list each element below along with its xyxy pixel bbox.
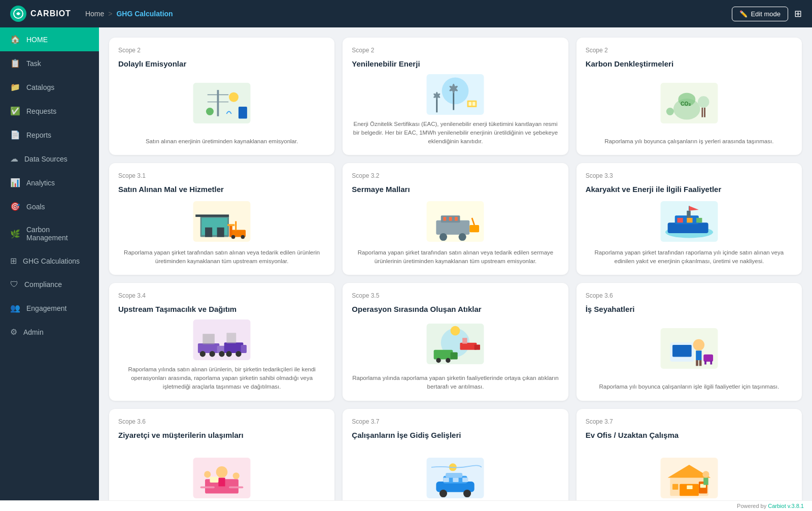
svg-rect-80 bbox=[475, 345, 480, 350]
card-illustration-2: CO₂ bbox=[586, 74, 793, 133]
card-title-1: Yenilenebilir Enerji bbox=[352, 59, 559, 69]
logo-area: CARBIOT bbox=[10, 6, 71, 22]
sidebar-icon-ghg-calculations: ⊞ bbox=[10, 256, 17, 266]
sidebar-item-data-sources[interactable]: ☁Data Sources bbox=[0, 147, 99, 171]
sidebar-item-engagement[interactable]: 👥Engagement bbox=[0, 296, 99, 320]
sidebar-item-requests[interactable]: ✅Requests bbox=[0, 99, 99, 123]
svg-rect-16 bbox=[472, 102, 476, 106]
svg-point-45 bbox=[459, 233, 466, 241]
card-3[interactable]: Scope 3.1 Satın Alınan Mal ve Hizmetler … bbox=[109, 163, 334, 275]
sidebar-item-analytics[interactable]: 📊Analytics bbox=[0, 171, 99, 195]
svg-point-99 bbox=[204, 471, 211, 478]
svg-rect-50 bbox=[455, 217, 458, 221]
card-illustration-8 bbox=[586, 320, 793, 378]
card-title-6: Upstream Taşımacılık ve Dağıtım bbox=[118, 304, 325, 314]
svg-rect-2 bbox=[217, 90, 219, 116]
sidebar-label-carbon-management: Carbon Management bbox=[26, 226, 89, 242]
sidebar-item-carbon-management[interactable]: 🌿Carbon Management bbox=[0, 218, 99, 249]
sidebar-label-compliance: Compliance bbox=[24, 280, 62, 289]
card-scope-9: Scope 3.6 bbox=[118, 418, 325, 425]
card-scope-2: Scope 2 bbox=[586, 47, 793, 54]
grid-layout-button[interactable]: ⊞ bbox=[794, 8, 802, 19]
card-illustration-6 bbox=[118, 320, 325, 360]
card-11[interactable]: Scope 3.7 Ev Ofis / Uzaktan Çalışma bbox=[577, 409, 802, 501]
svg-point-65 bbox=[219, 351, 225, 357]
sidebar-label-reports: Reports bbox=[26, 131, 51, 139]
svg-point-5 bbox=[229, 92, 239, 102]
card-7[interactable]: Scope 3.5 Operasyon Sırasında Oluşan Atı… bbox=[343, 283, 568, 400]
svg-rect-104 bbox=[446, 473, 463, 477]
svg-text:CO₂: CO₂ bbox=[681, 101, 691, 107]
cards-grid: Scope 2 Dolaylı Emisyonlar Satın alınan … bbox=[109, 38, 802, 500]
footer-link[interactable]: Carbiot v.3.8.1 bbox=[768, 503, 804, 509]
sidebar-item-admin[interactable]: ⚙Admin bbox=[0, 320, 99, 344]
sidebar-item-catalogs[interactable]: 📁Catalogs bbox=[0, 75, 99, 99]
card-5[interactable]: Scope 3.3 Akaryakıt ve Enerji ile İlgili… bbox=[577, 163, 802, 275]
breadcrumb-home[interactable]: Home bbox=[85, 10, 104, 18]
card-2[interactable]: Scope 2 Karbon Denkleştirmeleri CO₂ Rapo… bbox=[577, 38, 802, 155]
card-desc-3: Raporlama yapan şirket tarafından satın … bbox=[118, 248, 325, 266]
sidebar-icon-compliance: 🛡 bbox=[10, 280, 18, 289]
sidebar-item-goals[interactable]: 🎯Goals bbox=[0, 195, 99, 218]
card-title-0: Dolaylı Emisyonlar bbox=[118, 59, 325, 69]
svg-rect-90 bbox=[704, 361, 706, 365]
card-desc-2: Raporlama yılı boyunca çalışanların iş y… bbox=[586, 137, 793, 146]
sidebar-item-home[interactable]: 🏠HOME bbox=[0, 27, 99, 51]
svg-rect-97 bbox=[229, 487, 243, 489]
svg-rect-55 bbox=[687, 211, 691, 218]
sidebar-item-task[interactable]: 📋Task bbox=[0, 51, 99, 75]
svg-point-9 bbox=[442, 77, 469, 104]
svg-rect-57 bbox=[687, 218, 692, 222]
card-8[interactable]: Scope 3.6 İş Seyahatleri Raporlama yılı … bbox=[577, 283, 802, 400]
card-title-5: Akaryakıt ve Enerji ile İlgili Faaliyetl… bbox=[586, 184, 793, 195]
svg-point-74 bbox=[451, 326, 460, 336]
card-6[interactable]: Scope 3.4 Upstream Taşımacılık ve Dağıtı… bbox=[109, 283, 334, 400]
card-scope-10: Scope 3.7 bbox=[352, 418, 559, 425]
card-4[interactable]: Scope 3.2 Sermaye Malları Raporlama yapa… bbox=[343, 163, 568, 275]
card-illustration-9 bbox=[118, 445, 325, 500]
edit-mode-button[interactable]: ✏️ Edit mode bbox=[732, 7, 788, 21]
sidebar-icon-requests: ✅ bbox=[10, 106, 20, 116]
card-desc-0: Satın alınan enerjinin üretiminden kayna… bbox=[118, 137, 325, 146]
card-desc-6: Raporlama yılında satın alınan ürünlerin… bbox=[118, 365, 325, 392]
svg-rect-36 bbox=[229, 225, 232, 237]
card-scope-8: Scope 3.6 bbox=[586, 292, 793, 299]
card-title-10: Çalışanların İşe Gidiş Gelişleri bbox=[352, 430, 559, 440]
svg-point-119 bbox=[702, 471, 709, 478]
svg-rect-56 bbox=[677, 218, 683, 222]
card-9[interactable]: Scope 3.6 Ziyaretçi ve müşterilerin ulaş… bbox=[109, 409, 334, 501]
card-1[interactable]: Scope 2 Yenilenebilir Enerji Enerji Özni… bbox=[343, 38, 568, 155]
breadcrumb: Home > GHG Calculation bbox=[85, 10, 173, 18]
svg-rect-71 bbox=[227, 333, 236, 343]
card-10[interactable]: Scope 3.7 Çalışanların İşe Gidiş Gelişle… bbox=[343, 409, 568, 501]
sidebar-item-compliance[interactable]: 🛡Compliance bbox=[0, 273, 99, 296]
svg-rect-91 bbox=[710, 361, 712, 365]
svg-point-68 bbox=[226, 351, 232, 357]
card-illustration-11 bbox=[586, 445, 793, 500]
svg-rect-15 bbox=[469, 102, 472, 106]
svg-rect-87 bbox=[696, 360, 698, 366]
svg-rect-26 bbox=[701, 108, 703, 117]
sidebar-label-catalogs: Catalogs bbox=[26, 83, 54, 91]
svg-point-106 bbox=[463, 490, 471, 497]
svg-rect-79 bbox=[460, 343, 477, 350]
card-desc-8: Raporlama yılı boyunca çalışanların işle… bbox=[586, 382, 793, 391]
svg-point-69 bbox=[235, 351, 241, 357]
topnav-right: ✏️ Edit mode ⊞ bbox=[732, 7, 802, 21]
card-0[interactable]: Scope 2 Dolaylı Emisyonlar Satın alınan … bbox=[109, 38, 334, 155]
svg-rect-107 bbox=[453, 478, 459, 482]
svg-point-105 bbox=[439, 490, 447, 497]
svg-rect-81 bbox=[463, 338, 467, 344]
card-title-8: İş Seyahatleri bbox=[586, 304, 793, 314]
svg-rect-109 bbox=[444, 478, 449, 482]
card-illustration-1 bbox=[352, 74, 559, 115]
svg-rect-75 bbox=[434, 350, 453, 360]
edit-mode-label: Edit mode bbox=[751, 10, 781, 18]
sidebar-item-reports[interactable]: 📄Reports bbox=[0, 123, 99, 147]
svg-point-94 bbox=[216, 466, 228, 478]
main-layout: 🏠HOME📋Task📁Catalogs✅Requests📄Reports☁Dat… bbox=[0, 27, 812, 500]
sidebar-icon-task: 📋 bbox=[10, 58, 20, 68]
sidebar-item-ghg-calculations[interactable]: ⊞GHG Calculations bbox=[0, 249, 99, 273]
svg-rect-40 bbox=[235, 221, 237, 231]
card-illustration-3 bbox=[118, 200, 325, 243]
